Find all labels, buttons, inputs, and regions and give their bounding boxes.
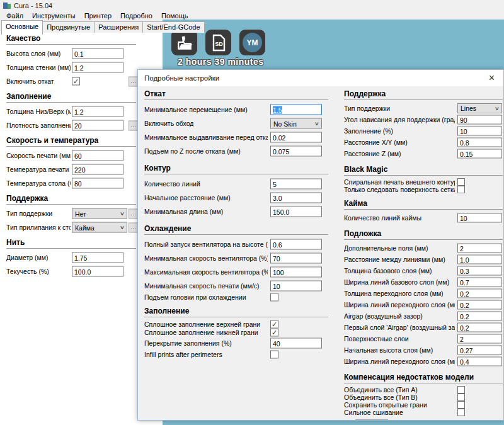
setting-input[interactable]: 10 <box>457 127 502 136</box>
field-label: Скорость печати (мм/с) <box>6 152 71 159</box>
field-label: Объединить все (Тип A) <box>344 386 418 394</box>
setting-input[interactable]: 220 <box>72 164 123 175</box>
field-label: Текучесть (%) <box>6 268 49 275</box>
setting-input[interactable]: 0.2 <box>457 323 502 332</box>
combo-value: Кайма <box>75 224 94 231</box>
setting-input[interactable]: 1.2 <box>72 106 123 117</box>
input-value: 0.4 <box>460 358 469 365</box>
setting-input[interactable]: 0.6 <box>270 239 322 250</box>
setting-combo[interactable]: Lines∨ <box>457 103 502 113</box>
field-label: Минимальное выдавливание перед откатом (… <box>144 133 268 141</box>
setting-checkbox[interactable]: ✓ <box>270 328 278 336</box>
close-icon[interactable]: × <box>486 73 497 83</box>
setting-input[interactable]: 1.5 <box>270 105 322 115</box>
settings-section: ПодложкаДополнительные поля (мм)2Расстоя… <box>344 229 503 367</box>
setting-input[interactable]: 0.1 <box>72 48 123 59</box>
tab-Продвинутые[interactable]: Продвинутые <box>42 21 94 33</box>
setting-input[interactable]: 0.8 <box>457 138 502 147</box>
setting-checkbox[interactable] <box>270 293 278 301</box>
youmagine-icon: YM <box>243 33 262 52</box>
setting-input[interactable]: 2 <box>457 334 502 344</box>
setting-input[interactable]: 60 <box>72 150 123 161</box>
expert-settings-dialog: Подробные настройки × ОткатМинимальное п… <box>137 69 504 421</box>
setting-input[interactable]: 100.0 <box>72 266 123 277</box>
field-label: Количество линий каймы <box>344 214 421 222</box>
save-sd-button[interactable]: SD <box>205 30 231 55</box>
field-control: 0.8 <box>457 138 502 147</box>
menu-item-Помощь[interactable]: Помощь <box>157 11 193 20</box>
field-label: Тип поддержки <box>6 210 52 217</box>
setting-input[interactable]: 1.75 <box>72 252 123 263</box>
setting-input[interactable]: 0.15 <box>457 149 502 159</box>
setting-checkbox[interactable] <box>457 394 465 401</box>
input-value: 10 <box>460 214 467 222</box>
setting-input[interactable]: 90 <box>457 115 502 125</box>
setting-combo[interactable]: No Skin∨ <box>270 118 322 129</box>
setting-combo[interactable]: Кайма∨ <box>72 222 127 233</box>
setting-row: Минимальное перемещение (мм)1.5 <box>144 103 328 116</box>
setting-input[interactable]: 10 <box>457 213 502 223</box>
input-value: 0.2 <box>460 290 469 297</box>
setting-checkbox[interactable]: ✓ <box>72 77 80 86</box>
dialog-right-column: ПоддержкаТип поддержкиLines∨Угол нависан… <box>344 86 503 421</box>
section-title: Кайма <box>344 199 503 210</box>
setting-input[interactable]: 1.0 <box>457 255 502 264</box>
setting-input[interactable]: 3.0 <box>270 193 322 203</box>
setting-input[interactable]: 40 <box>270 338 322 349</box>
setting-checkbox[interactable] <box>270 350 278 358</box>
setting-checkbox[interactable] <box>457 178 465 186</box>
section-title: Поддержка <box>6 194 136 205</box>
setting-row: Сохранить открытые грани <box>344 401 503 409</box>
menu-item-Подробно[interactable]: Подробно <box>116 11 157 20</box>
field-label: Температура печати (С) <box>6 166 71 173</box>
field-label: Перекрытие заполнения (%) <box>144 339 232 347</box>
setting-input[interactable]: 0.2 <box>457 312 502 321</box>
share-youmagine-button[interactable]: YM <box>239 30 265 55</box>
section-title: Поддержка <box>344 89 503 100</box>
input-value: 90 <box>460 116 467 123</box>
setting-checkbox[interactable] <box>457 401 465 409</box>
setting-row: Включить откат✓... <box>6 74 156 88</box>
setting-input[interactable]: 0.4 <box>457 357 502 366</box>
load-model-button[interactable] <box>171 30 197 55</box>
setting-checkbox[interactable]: ✓ <box>270 320 278 328</box>
combo-value: Нет <box>75 210 86 217</box>
setting-input[interactable]: 0.2 <box>457 300 502 310</box>
viewport-toolbar: SD YM <box>171 30 265 55</box>
setting-combo[interactable]: Нет∨ <box>72 208 127 219</box>
setting-row: Только следовать поверхность сетки <box>344 186 503 193</box>
field-control: 60 <box>72 150 123 161</box>
menu-item-Файл[interactable]: Файл <box>2 11 28 20</box>
setting-input[interactable]: 80 <box>72 178 123 189</box>
menu-item-Принтер[interactable]: Принтер <box>80 11 116 20</box>
setting-input[interactable]: 100 <box>270 267 322 278</box>
setting-input[interactable]: 0.7 <box>457 278 502 287</box>
setting-input[interactable]: 0.27 <box>457 346 502 355</box>
setting-checkbox[interactable] <box>457 409 465 416</box>
dialog-titlebar[interactable]: Подробные настройки × <box>138 70 503 86</box>
setting-input[interactable]: 5 <box>270 179 322 190</box>
input-value: 0.6 <box>273 241 282 248</box>
setting-input[interactable]: 0.02 <box>270 132 322 143</box>
field-label: Количество линий <box>144 180 200 188</box>
setting-input[interactable]: 150.0 <box>270 207 322 217</box>
tab-Start/End-GCode[interactable]: Start/End-GCode <box>142 21 204 33</box>
input-value: 1.2 <box>74 64 84 71</box>
setting-input[interactable]: 1.2 <box>72 62 123 73</box>
setting-input[interactable]: 0.3 <box>457 266 502 276</box>
tab-Расширения[interactable]: Расширения <box>94 21 143 33</box>
menu-item-Инструменты[interactable]: Инструменты <box>28 11 80 20</box>
tab-Основные[interactable]: Основные <box>1 20 43 35</box>
setting-input[interactable]: 70 <box>270 253 322 264</box>
setting-checkbox[interactable] <box>457 386 465 394</box>
setting-checkbox[interactable] <box>457 186 465 193</box>
field-control: 10 <box>270 281 322 292</box>
setting-input[interactable]: 0.2 <box>457 289 502 298</box>
field-control: 1.75 <box>72 252 123 263</box>
setting-input[interactable]: 0.075 <box>270 146 322 157</box>
setting-input[interactable]: 20 <box>72 120 123 131</box>
setting-input[interactable]: 2 <box>457 244 502 253</box>
ok-button[interactable]: Ok <box>355 419 388 421</box>
settings-section: Скорость и температураСкорость печати (м… <box>6 136 156 190</box>
setting-input[interactable]: 10 <box>270 281 322 292</box>
